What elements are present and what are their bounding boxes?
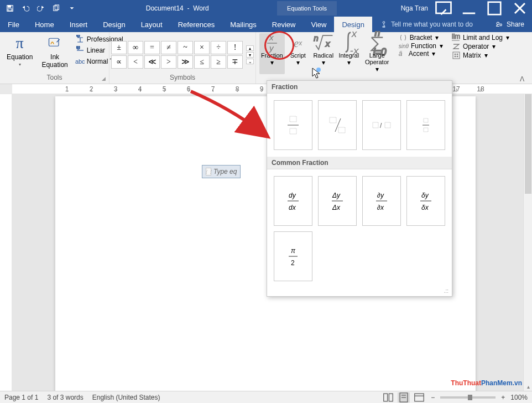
tab-references[interactable]: References xyxy=(170,17,222,32)
symbols-more[interactable]: ⌄ xyxy=(246,59,254,64)
share-button[interactable]: Share xyxy=(488,17,532,32)
maximize-button[interactable] xyxy=(484,1,504,16)
svg-point-12 xyxy=(497,22,499,24)
svg-text:x: x xyxy=(325,39,331,48)
script-button[interactable]: ex Script▾ xyxy=(286,33,310,74)
symbol-cell[interactable]: ÷ xyxy=(211,41,226,54)
status-language[interactable]: English (United States) xyxy=(92,394,160,401)
view-web-layout[interactable] xyxy=(413,392,425,402)
equation-placeholder[interactable]: ⋮⋮ Type eq xyxy=(202,165,241,178)
qat-new-doc-button[interactable] xyxy=(50,2,63,15)
symbol-cell[interactable]: ∝ xyxy=(111,55,127,69)
ribbon-collapse-button[interactable]: ᐱ xyxy=(520,75,524,83)
fraction-icon: xy xyxy=(262,34,283,52)
equation-button[interactable]: π Equation ▾ xyxy=(3,33,36,68)
view-print-layout[interactable] xyxy=(398,392,410,402)
equation-handle-icon[interactable]: ⋮⋮ xyxy=(206,168,211,175)
integral-button[interactable]: x-x Integral▾ xyxy=(337,33,361,74)
symbols-grid: ±∞=≠~×÷!∝<≪>≫≤≥∓ xyxy=(111,41,243,69)
zoom-in-button[interactable]: + xyxy=(501,394,505,401)
fraction-Dy-Dx[interactable]: ΔyΔx xyxy=(318,176,357,226)
close-button[interactable] xyxy=(510,1,530,16)
status-page[interactable]: Page 1 of 1 xyxy=(4,394,38,401)
svg-rect-14 xyxy=(49,38,59,46)
svg-text:x: x xyxy=(269,33,274,42)
fraction-partial-y-x[interactable]: ∂y∂x xyxy=(362,176,401,226)
symbol-cell[interactable]: ∓ xyxy=(227,55,243,69)
symbol-cell[interactable]: ≥ xyxy=(211,55,226,69)
title-bar: Document14 - Word Equation Tools Nga Tra… xyxy=(0,0,532,17)
symbol-cell[interactable]: = xyxy=(144,41,160,54)
fraction-dy-dx[interactable]: dydx xyxy=(274,176,312,226)
symbol-cell[interactable]: ! xyxy=(227,41,243,54)
user-name[interactable]: Nga Tran xyxy=(401,4,428,12)
symbol-cell[interactable]: ≤ xyxy=(194,55,210,69)
fraction-linear[interactable]: / xyxy=(362,100,401,150)
fraction-stacked[interactable] xyxy=(274,100,312,150)
group-label-symbols: Symbols xyxy=(170,74,195,81)
svg-text:2: 2 xyxy=(291,259,295,267)
tell-me-box[interactable]: Tell me what you want to do xyxy=(372,17,488,32)
fraction-delta-y-x[interactable]: δyδx xyxy=(406,176,445,226)
tab-design[interactable]: Design xyxy=(95,17,133,32)
redo-button[interactable] xyxy=(34,2,48,15)
undo-button[interactable] xyxy=(19,2,32,15)
symbol-cell[interactable]: ± xyxy=(111,41,127,54)
vertical-scrollbar[interactable]: ▴ ▾ xyxy=(523,94,532,400)
fraction-pi-2[interactable]: π2 xyxy=(274,231,312,281)
svg-rect-66 xyxy=(415,394,424,401)
zoom-slider[interactable] xyxy=(440,396,496,399)
minimize-button[interactable] xyxy=(459,1,479,16)
ribbon-display-options-button[interactable] xyxy=(434,1,453,16)
function-button[interactable]: sinθFunction▾ xyxy=(397,42,445,50)
fraction-small[interactable] xyxy=(406,100,445,150)
ink-equation-button[interactable]: Ink Equation xyxy=(38,33,71,70)
scrollbar-thumb[interactable] xyxy=(525,94,531,194)
symbol-cell[interactable]: × xyxy=(194,41,210,54)
tab-review[interactable]: Review xyxy=(264,17,304,32)
svg-point-29 xyxy=(455,54,456,55)
symbols-scroll-down[interactable]: ▾ xyxy=(246,52,254,58)
tab-view[interactable]: View xyxy=(303,17,334,32)
symbol-cell[interactable]: ~ xyxy=(178,41,193,54)
symbol-cell[interactable]: ∞ xyxy=(128,41,143,54)
symbol-cell[interactable]: < xyxy=(128,55,143,69)
radical-button[interactable]: nx Radical▾ xyxy=(311,33,336,74)
radical-icon: nx xyxy=(313,34,334,52)
scroll-up-button[interactable]: ▴ xyxy=(524,382,532,391)
limit-log-button[interactable]: limLimit and Log▾ xyxy=(450,33,512,42)
symbol-cell[interactable]: ≫ xyxy=(178,55,193,69)
svg-text:π: π xyxy=(291,247,296,255)
tab-insert[interactable]: Insert xyxy=(62,17,96,32)
symbol-cell[interactable]: > xyxy=(161,55,176,69)
operator-button[interactable]: Operator▾ xyxy=(450,42,512,51)
tab-mailings[interactable]: Mailings xyxy=(222,17,264,32)
fraction-dropdown: Fraction / Common Fraction dydx ΔyΔx ∂y∂… xyxy=(267,80,452,297)
qat-customize-button[interactable] xyxy=(65,2,79,15)
bracket-button[interactable]: Bracket▾ xyxy=(397,33,445,42)
svg-rect-35 xyxy=(290,128,296,134)
svg-rect-36 xyxy=(330,117,336,123)
fraction-menu-resize[interactable]: .:: xyxy=(267,288,452,296)
symbol-cell[interactable]: ≠ xyxy=(161,41,176,54)
matrix-button[interactable]: Matrix▾ xyxy=(450,51,512,60)
zoom-value[interactable]: 100% xyxy=(510,394,528,401)
svg-point-13 xyxy=(500,24,502,26)
fraction-skewed[interactable] xyxy=(318,100,357,150)
zoom-out-button[interactable]: − xyxy=(431,394,435,401)
tab-file[interactable]: File xyxy=(0,17,27,32)
tab-home[interactable]: Home xyxy=(27,17,62,32)
fraction-button[interactable]: xy Fraction▾ xyxy=(259,33,285,74)
view-read-mode[interactable] xyxy=(382,392,394,402)
status-word-count[interactable]: 3 of 3 words xyxy=(47,394,83,401)
symbol-cell[interactable]: ≪ xyxy=(144,55,160,69)
tools-dialog-launcher[interactable]: ◢ xyxy=(102,76,106,81)
symbols-scroll-up[interactable]: ▴ xyxy=(246,45,254,51)
vertical-ruler[interactable] xyxy=(0,94,12,400)
tab-layout[interactable]: Layout xyxy=(133,17,170,32)
save-button[interactable] xyxy=(3,2,17,15)
ink-equation-icon xyxy=(47,34,62,52)
accent-button[interactable]: ä Accent▾ xyxy=(397,50,445,58)
large-operator-button[interactable]: ni=0 Large Operator▾ xyxy=(362,33,392,74)
svg-line-37 xyxy=(335,118,341,132)
